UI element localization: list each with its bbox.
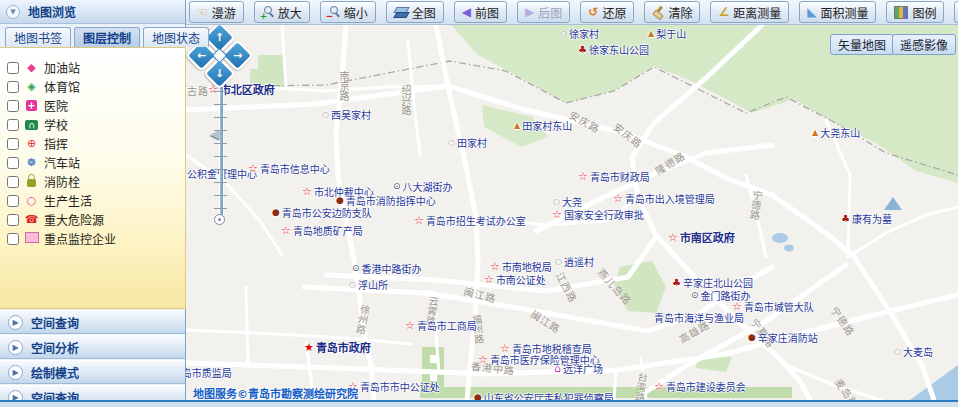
clear-icon: [652, 6, 664, 18]
map-label-poi: ☆青岛市工商局: [405, 318, 477, 333]
legend-item-label: 生产生活: [44, 192, 92, 209]
clear-button[interactable]: 清除: [644, 1, 700, 23]
zoom-slider-tick: [214, 117, 227, 118]
peak-icon: ▲: [514, 122, 520, 130]
map-label-poi: ☆青岛市信息中心: [248, 161, 330, 176]
school-checkbox[interactable]: [7, 119, 19, 131]
gym-checkbox[interactable]: [7, 81, 19, 93]
map-label-poi: ○浮山所: [349, 277, 388, 292]
previous-view-button[interactable]: ◀前图: [454, 1, 507, 23]
poi-label-text: 国家安全行政审批: [564, 207, 644, 222]
legend-item-label: 医院: [44, 97, 68, 114]
star-icon: ☆: [414, 215, 424, 226]
fire-hydrant-checkbox[interactable]: [7, 176, 19, 188]
legend-item-gas-station: ◆加油站: [0, 58, 185, 77]
panel-header-spatial-query[interactable]: ▶空间查询: [0, 310, 185, 334]
map-label-poi: 青岛市海洋与渔业局: [654, 310, 744, 325]
measure-area-icon: ◣: [807, 6, 816, 18]
panel-header-label: 空间分析: [31, 339, 79, 356]
poi-label-text: 青岛市出入境管理局: [625, 191, 715, 206]
collapse-icon[interactable]: ▼: [6, 5, 20, 19]
poi-label-text: 市南区政府: [680, 229, 735, 245]
fire-hydrant-icon: [24, 175, 39, 189]
star-icon: ☆: [552, 209, 562, 220]
star-icon: ☆: [281, 225, 291, 236]
map-label-poi: ♣康有为墓: [841, 211, 892, 226]
park-icon: ♣: [578, 45, 587, 55]
star-icon: ☆: [478, 354, 488, 365]
layer-control-panel: ◆加油站◈体育馆+医院∩学校⊕指挥☸汽车站消防栓○生产生活☎重大危险源重点监控企…: [0, 47, 186, 309]
star-icon: ☆: [613, 193, 623, 204]
legend-item-label: 重点监控企业: [44, 230, 116, 247]
star-icon: ☆: [484, 274, 494, 285]
legend-item-label: 消防栓: [44, 173, 80, 190]
circle-icon: ○: [322, 111, 329, 119]
pan-button[interactable]: ☜漫游: [189, 1, 244, 23]
map-label-poi: ☆青岛市财政局: [578, 169, 650, 184]
map-label-poi: ○田家村: [448, 135, 487, 150]
poi-label-text: 青岛市公安边防支队: [282, 205, 372, 220]
legend-item-label: 体育馆: [44, 78, 80, 95]
map-viewport[interactable]: ↑ ← → ↓ ◀ 矢量地图 遥感影像 南京路绍兴路古路安庆路安庆路隆德路宁德路…: [186, 25, 958, 400]
legend-item-label: 学校: [44, 116, 68, 133]
map-label-poi: ♣徐家东山公园: [578, 42, 649, 57]
map-label-poi: ○西吴家村: [322, 107, 371, 122]
zoom-out-button[interactable]: −缩小: [320, 1, 376, 23]
full-extent-button[interactable]: 全图: [386, 1, 444, 23]
star-icon: ☆: [578, 171, 588, 182]
vector-map-button[interactable]: 矢量地图: [830, 34, 894, 55]
star-icon: ☆: [248, 163, 258, 174]
map-label-poi: ⊙香港中路街办: [352, 261, 422, 276]
legend-item-hospital: +医院: [0, 96, 185, 115]
map-label-poi: ★青岛市政府: [304, 339, 371, 355]
remote-imagery-button[interactable]: 遥感影像: [892, 34, 956, 55]
hospital-checkbox[interactable]: [7, 100, 19, 112]
legend-item-key-enterprise: 重点监控企业: [0, 229, 185, 248]
poi-label-text: 大尧东山: [820, 125, 860, 140]
tab-map-status[interactable]: 地图状态: [143, 27, 209, 47]
measure-area-button[interactable]: ◣面积测量: [799, 1, 876, 23]
zoom-slider-tick: [214, 156, 227, 157]
poi-label-text: 青岛市质监局: [186, 365, 232, 380]
panel-header-draw-mode[interactable]: ▶绘制模式: [0, 360, 185, 384]
school-icon: ∩: [24, 119, 39, 130]
restore-button[interactable]: ↺还原: [580, 1, 634, 23]
map-label-poi: ☆青岛地质矿产局: [281, 223, 363, 238]
map-label-poi: ☆青岛市出入境管理局: [613, 191, 715, 206]
panel-header-label: 空间查询: [31, 314, 79, 331]
legend-button[interactable]: 图例: [886, 1, 944, 23]
zoom-slider-tick: [214, 169, 227, 170]
map-label-poi: ⌂远洋广场: [554, 361, 603, 376]
command-checkbox[interactable]: [7, 138, 19, 150]
map-label-poi: ●青岛市公安边防支队: [272, 205, 372, 220]
sidebar-header[interactable]: ▼ 地图浏览: [0, 0, 185, 24]
poi-label-text: 市南公证处: [496, 272, 546, 287]
production-life-checkbox[interactable]: [7, 195, 19, 207]
tab-map-bookmarks[interactable]: 地图书签: [5, 27, 71, 47]
bus-station-checkbox[interactable]: [7, 157, 19, 169]
zoom-in-button[interactable]: +放大: [254, 1, 310, 23]
poi-label-text: 青岛市政府: [316, 339, 371, 355]
poi-label-text: 远洋广场: [563, 361, 603, 376]
key-enterprise-checkbox[interactable]: [7, 233, 19, 245]
zoom-slider-handle[interactable]: ◀: [210, 127, 219, 141]
legend-item-gym: ◈体育馆: [0, 77, 185, 96]
measure-distance-button[interactable]: ∠距离测量: [710, 1, 789, 23]
expand-icon: ▶: [8, 340, 23, 355]
sidebar: ▼ 地图浏览 地图书签图层控制地图状态 ◆加油站◈体育馆+医院∩学校⊕指挥☸汽车…: [0, 0, 186, 400]
tab-layer-control[interactable]: 图层控制: [74, 27, 140, 47]
next-view-icon: ▶: [525, 6, 534, 18]
major-hazard-checkbox[interactable]: [7, 214, 19, 226]
print-button[interactable]: [954, 1, 958, 23]
gas-station-checkbox[interactable]: [7, 62, 19, 74]
map-label-poi: ☆青岛市建设委员会: [654, 379, 746, 394]
panel-header-spatial-analysis[interactable]: ▶空间分析: [0, 335, 185, 359]
poi-label-text: 梨于山: [656, 26, 686, 41]
pan-hand-icon: ☜: [197, 6, 208, 18]
zoom-in-icon: +: [262, 6, 274, 18]
zoom-slider-end[interactable]: [214, 214, 225, 225]
next-view-button[interactable]: ▶后图: [517, 1, 570, 23]
zoom-slider-tick: [214, 195, 227, 196]
poi-label-text: 徐家东山公园: [589, 42, 649, 57]
hospital-icon: +: [24, 100, 39, 111]
